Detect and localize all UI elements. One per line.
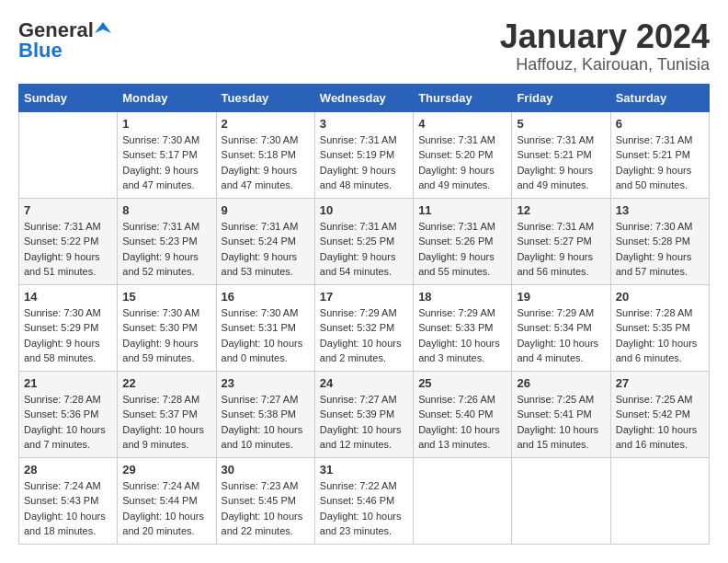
day-info: Sunrise: 7:31 AM Sunset: 5:26 PM Dayligh… [418,219,506,280]
day-cell: 4 Sunrise: 7:31 AM Sunset: 5:20 PM Dayli… [414,111,512,198]
day-number: 1 [122,117,210,131]
sunrise-text: Sunrise: 7:31 AM [320,221,397,232]
sunset-text: Sunset: 5:35 PM [616,322,690,333]
day-cell [19,111,118,198]
day-cell [414,457,512,544]
sunrise-text: Sunrise: 7:30 AM [222,134,299,145]
sunset-text: Sunset: 5:31 PM [222,322,296,333]
daylight-text: Daylight: 9 hours and 49 minutes. [418,165,495,191]
header-cell-friday: Friday [512,84,610,111]
day-cell: 31 Sunrise: 7:22 AM Sunset: 5:46 PM Dayl… [314,457,413,544]
sunset-text: Sunset: 5:37 PM [122,408,197,419]
day-number: 16 [222,290,310,304]
day-cell: 9 Sunrise: 7:31 AM Sunset: 5:24 PM Dayli… [216,198,314,284]
day-number: 22 [122,376,210,390]
sunrise-text: Sunrise: 7:29 AM [517,307,594,318]
sunset-text: Sunset: 5:28 PM [616,236,690,247]
sunset-text: Sunset: 5:41 PM [517,408,591,419]
sunset-text: Sunset: 5:40 PM [418,408,493,419]
day-cell: 28 Sunrise: 7:24 AM Sunset: 5:43 PM Dayl… [19,457,118,544]
daylight-text: Daylight: 10 hours and 15 minutes. [517,424,598,451]
daylight-text: Daylight: 10 hours and 16 minutes. [616,424,698,451]
day-info: Sunrise: 7:31 AM Sunset: 5:21 PM Dayligh… [517,132,605,193]
week-row-5: 28 Sunrise: 7:24 AM Sunset: 5:43 PM Dayl… [19,457,710,544]
sunset-text: Sunset: 5:18 PM [222,149,296,160]
sunset-text: Sunset: 5:30 PM [122,322,197,333]
daylight-text: Daylight: 10 hours and 13 minutes. [418,424,500,451]
sunset-text: Sunset: 5:46 PM [320,495,394,506]
day-cell: 2 Sunrise: 7:30 AM Sunset: 5:18 PM Dayli… [216,111,314,198]
day-number: 2 [222,117,310,131]
sunrise-text: Sunrise: 7:31 AM [122,221,199,232]
day-info: Sunrise: 7:29 AM Sunset: 5:33 PM Dayligh… [418,305,506,366]
daylight-text: Daylight: 10 hours and 7 minutes. [24,424,106,451]
sunrise-text: Sunrise: 7:31 AM [320,134,397,145]
sunrise-text: Sunrise: 7:22 AM [320,480,397,491]
day-cell: 13 Sunrise: 7:30 AM Sunset: 5:28 PM Dayl… [610,198,709,284]
day-info: Sunrise: 7:31 AM Sunset: 5:20 PM Dayligh… [418,132,506,193]
day-number: 17 [320,290,408,304]
daylight-text: Daylight: 9 hours and 49 minutes. [517,165,593,191]
week-row-4: 21 Sunrise: 7:28 AM Sunset: 5:36 PM Dayl… [19,371,710,457]
sunrise-text: Sunrise: 7:25 AM [616,394,693,405]
daylight-text: Daylight: 10 hours and 23 minutes. [320,511,402,537]
sunrise-text: Sunrise: 7:30 AM [122,307,199,318]
day-cell: 16 Sunrise: 7:30 AM Sunset: 5:31 PM Dayl… [216,284,314,371]
day-info: Sunrise: 7:30 AM Sunset: 5:17 PM Dayligh… [122,132,210,193]
sunrise-text: Sunrise: 7:30 AM [24,307,101,318]
week-row-3: 14 Sunrise: 7:30 AM Sunset: 5:29 PM Dayl… [19,284,710,371]
header-cell-tuesday: Tuesday [216,84,314,111]
day-number: 7 [24,203,112,217]
logo-blue-text: Blue [18,39,63,63]
day-cell [512,457,610,544]
sunrise-text: Sunrise: 7:30 AM [616,221,693,232]
sunrise-text: Sunrise: 7:24 AM [24,480,101,491]
daylight-text: Daylight: 9 hours and 47 minutes. [122,165,199,191]
daylight-text: Daylight: 10 hours and 10 minutes. [222,424,303,451]
day-number: 28 [24,463,112,477]
header-cell-saturday: Saturday [610,84,709,111]
daylight-text: Daylight: 10 hours and 4 minutes. [517,338,598,364]
daylight-text: Daylight: 10 hours and 9 minutes. [122,424,204,451]
week-row-1: 1 Sunrise: 7:30 AM Sunset: 5:17 PM Dayli… [19,111,710,198]
day-number: 19 [517,290,605,304]
day-cell [610,457,709,544]
day-number: 31 [320,463,408,477]
logo-bird-icon [95,20,111,37]
sunset-text: Sunset: 5:26 PM [418,236,493,247]
week-row-2: 7 Sunrise: 7:31 AM Sunset: 5:22 PM Dayli… [19,198,710,284]
day-number: 3 [320,117,408,131]
sunrise-text: Sunrise: 7:31 AM [517,221,594,232]
header-cell-thursday: Thursday [414,84,512,111]
svg-marker-0 [95,22,111,33]
sunrise-text: Sunrise: 7:27 AM [222,394,299,405]
day-cell: 14 Sunrise: 7:30 AM Sunset: 5:29 PM Dayl… [19,284,118,371]
sunset-text: Sunset: 5:20 PM [418,149,493,160]
day-number: 24 [320,376,408,390]
sunrise-text: Sunrise: 7:28 AM [24,394,101,405]
sunset-text: Sunset: 5:32 PM [320,322,394,333]
day-info: Sunrise: 7:28 AM Sunset: 5:37 PM Dayligh… [122,392,210,453]
day-info: Sunrise: 7:26 AM Sunset: 5:40 PM Dayligh… [418,392,506,453]
header-row: SundayMondayTuesdayWednesdayThursdayFrid… [19,84,710,111]
sunrise-text: Sunrise: 7:31 AM [517,134,594,145]
day-info: Sunrise: 7:25 AM Sunset: 5:41 PM Dayligh… [517,392,605,453]
day-cell: 26 Sunrise: 7:25 AM Sunset: 5:41 PM Dayl… [512,371,610,457]
day-number: 5 [517,117,605,131]
day-number: 18 [418,290,506,304]
daylight-text: Daylight: 10 hours and 2 minutes. [320,338,402,364]
daylight-text: Daylight: 9 hours and 53 minutes. [222,251,298,278]
sunset-text: Sunset: 5:24 PM [222,236,296,247]
daylight-text: Daylight: 9 hours and 59 minutes. [122,338,199,364]
logo: General Blue [18,18,111,63]
sunrise-text: Sunrise: 7:23 AM [222,480,299,491]
sunrise-text: Sunrise: 7:30 AM [222,307,299,318]
sunrise-text: Sunrise: 7:29 AM [418,307,495,318]
day-info: Sunrise: 7:31 AM Sunset: 5:27 PM Dayligh… [517,219,605,280]
title-block: January 2024 Haffouz, Kairouan, Tunisia [500,18,710,75]
day-number: 30 [222,463,310,477]
sunrise-text: Sunrise: 7:24 AM [122,480,199,491]
sunrise-text: Sunrise: 7:31 AM [616,134,693,145]
day-info: Sunrise: 7:31 AM Sunset: 5:23 PM Dayligh… [122,219,210,280]
sunrise-text: Sunrise: 7:27 AM [320,394,397,405]
